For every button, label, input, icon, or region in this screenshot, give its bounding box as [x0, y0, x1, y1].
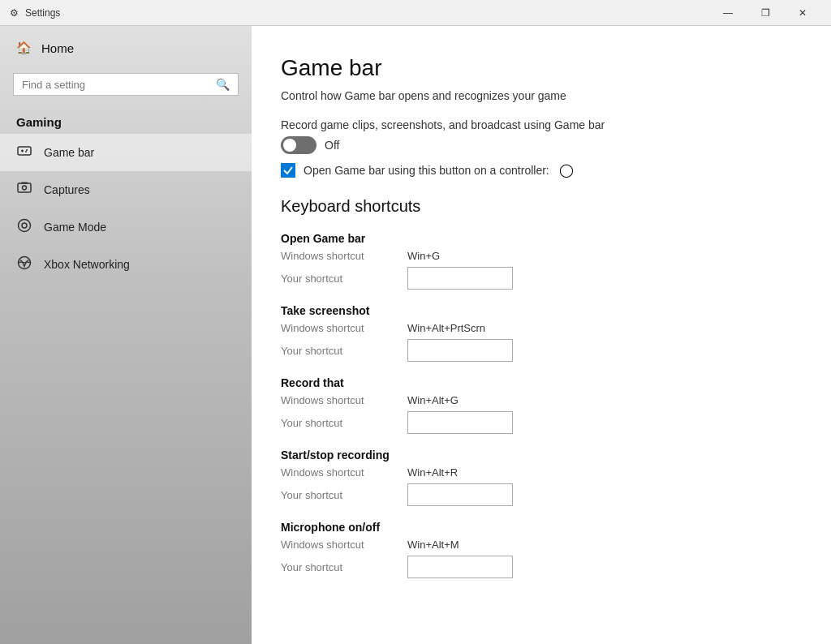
record-toggle-row: Off: [281, 136, 792, 154]
sidebar-section-title: Gaming: [0, 109, 252, 134]
svg-rect-0: [18, 147, 31, 155]
title-bar-controls: — ❐ ✕: [709, 0, 821, 26]
svg-point-4: [25, 151, 27, 152]
your-shortcut-label-4: Your shortcut: [281, 561, 394, 573]
shortcut-group-0: Open Game barWindows shortcutWin+GYour s…: [281, 232, 792, 290]
content-area: Game bar Control how Game bar opens and …: [252, 26, 831, 644]
shortcut-group-1: Take screenshotWindows shortcutWin+Alt+P…: [281, 304, 792, 362]
windows-shortcut-row-2: Windows shortcutWin+Alt+G: [281, 394, 792, 406]
windows-shortcut-label-2: Windows shortcut: [281, 394, 394, 406]
title-bar: ⚙ Settings — ❐ ✕: [0, 0, 831, 26]
your-shortcut-input-4[interactable]: [407, 556, 513, 578]
title-bar-left: ⚙ Settings: [10, 7, 60, 19]
your-shortcut-input-0[interactable]: [407, 267, 513, 290]
your-shortcut-row-1: Your shortcut: [281, 339, 792, 362]
your-shortcut-row-4: Your shortcut: [281, 556, 792, 578]
your-shortcut-label-0: Your shortcut: [281, 273, 394, 285]
settings-icon: ⚙: [10, 7, 19, 19]
captures-icon: [16, 181, 32, 199]
your-shortcut-input-3[interactable]: [407, 483, 513, 506]
svg-point-8: [19, 220, 31, 232]
game-mode-icon: [16, 218, 32, 236]
page-title: Game bar: [281, 55, 792, 81]
sidebar-item-label-xbox: Xbox Networking: [44, 258, 130, 271]
search-icon: 🔍: [216, 78, 230, 91]
windows-shortcut-row-3: Windows shortcutWin+Alt+R: [281, 466, 792, 479]
svg-point-6: [23, 186, 27, 190]
shortcuts-container: Open Game barWindows shortcutWin+GYour s…: [281, 232, 792, 578]
shortcut-group-title-1: Take screenshot: [281, 304, 792, 317]
controller-checkbox-row: Open Game bar using this button on a con…: [281, 162, 792, 178]
shortcut-group-title-3: Start/stop recording: [281, 449, 792, 462]
svg-rect-7: [21, 182, 28, 184]
shortcut-group-title-2: Record that: [281, 376, 792, 389]
svg-point-3: [26, 149, 28, 151]
windows-shortcut-label-1: Windows shortcut: [281, 322, 394, 334]
search-bar[interactable]: 🔍: [13, 73, 239, 96]
svg-rect-5: [18, 183, 31, 192]
xbox-icon: [16, 255, 32, 273]
record-toggle[interactable]: [281, 136, 316, 154]
windows-shortcut-value-4: Win+Alt+M: [407, 539, 459, 551]
app-body: 🏠 Home 🔍 Gaming Game bar: [0, 26, 831, 644]
shortcut-group-4: Microphone on/offWindows shortcutWin+Alt…: [281, 521, 792, 578]
windows-shortcut-value-0: Win+G: [407, 250, 440, 262]
your-shortcut-input-1[interactable]: [407, 339, 513, 362]
windows-shortcut-row-1: Windows shortcutWin+Alt+PrtScrn: [281, 322, 792, 334]
toggle-state-label: Off: [325, 139, 339, 152]
sidebar-item-captures[interactable]: Captures: [0, 171, 252, 208]
sidebar-item-game-bar[interactable]: Game bar: [0, 134, 252, 171]
toggle-knob: [283, 139, 296, 152]
controller-checkbox-label: Open Game bar using this button on a con…: [304, 164, 549, 177]
shortcut-group-title-0: Open Game bar: [281, 232, 792, 245]
your-shortcut-row-2: Your shortcut: [281, 411, 792, 434]
sidebar: 🏠 Home 🔍 Gaming Game bar: [0, 26, 252, 644]
close-button[interactable]: ✕: [784, 0, 821, 26]
shortcut-group-title-4: Microphone on/off: [281, 521, 792, 534]
windows-shortcut-value-3: Win+Alt+R: [407, 466, 458, 479]
windows-shortcut-row-0: Windows shortcutWin+G: [281, 250, 792, 262]
page-subtitle: Control how Game bar opens and recognize…: [281, 89, 792, 102]
search-input[interactable]: [22, 79, 211, 91]
windows-shortcut-value-2: Win+Alt+G: [407, 394, 459, 406]
minimize-button[interactable]: —: [709, 0, 747, 26]
shortcut-group-3: Start/stop recordingWindows shortcutWin+…: [281, 449, 792, 506]
windows-shortcut-label-0: Windows shortcut: [281, 250, 394, 262]
windows-shortcut-label-3: Windows shortcut: [281, 466, 394, 479]
windows-shortcut-label-4: Windows shortcut: [281, 539, 394, 551]
windows-shortcut-row-4: Windows shortcutWin+Alt+M: [281, 539, 792, 551]
windows-shortcut-value-1: Win+Alt+PrtScrn: [407, 322, 485, 334]
maximize-button[interactable]: ❐: [747, 0, 784, 26]
sidebar-item-xbox-networking[interactable]: Xbox Networking: [0, 246, 252, 283]
xbox-controller-icon: ◯: [559, 162, 574, 178]
sidebar-item-label-game-mode: Game Mode: [44, 221, 106, 234]
game-bar-icon: [16, 144, 32, 161]
your-shortcut-label-2: Your shortcut: [281, 417, 394, 429]
your-shortcut-label-1: Your shortcut: [281, 345, 394, 357]
your-shortcut-row-0: Your shortcut: [281, 267, 792, 290]
home-icon: 🏠: [16, 41, 32, 55]
sidebar-home-label: Home: [41, 41, 74, 55]
your-shortcut-label-3: Your shortcut: [281, 489, 394, 501]
your-shortcut-row-3: Your shortcut: [281, 483, 792, 506]
your-shortcut-input-2[interactable]: [407, 411, 513, 434]
shortcut-group-2: Record thatWindows shortcutWin+Alt+GYour…: [281, 376, 792, 434]
sidebar-item-label-captures: Captures: [44, 183, 90, 196]
sidebar-home-item[interactable]: 🏠 Home: [0, 26, 252, 70]
sidebar-item-game-mode[interactable]: Game Mode: [0, 208, 252, 246]
keyboard-shortcuts-title: Keyboard shortcuts: [281, 197, 792, 216]
title-bar-title: Settings: [25, 7, 60, 19]
sidebar-item-label-game-bar: Game bar: [44, 146, 94, 159]
controller-checkbox[interactable]: [281, 163, 295, 178]
svg-point-9: [22, 223, 27, 228]
toggle-description: Record game clips, screenshots, and broa…: [281, 118, 792, 131]
